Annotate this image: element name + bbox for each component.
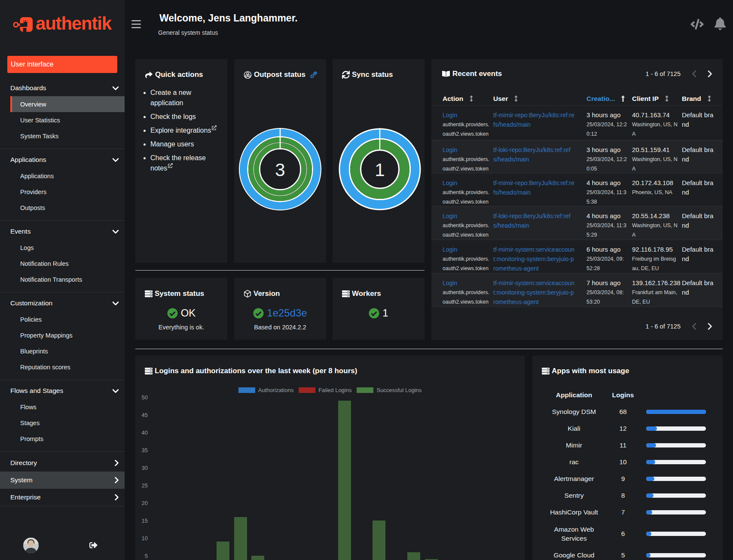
svg-text:1: 1 xyxy=(375,160,385,180)
svg-text:3: 3 xyxy=(275,160,285,180)
svg-text:authentik: authentik xyxy=(36,15,112,33)
